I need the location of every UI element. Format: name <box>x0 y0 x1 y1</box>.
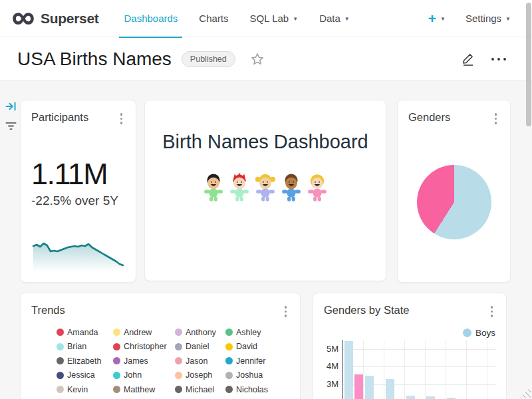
legend-label: Daniel <box>186 342 209 351</box>
legend-dot <box>175 357 182 364</box>
legend-dot <box>175 343 182 350</box>
card-genders: Genders <box>397 100 511 283</box>
legend-item-boys[interactable]: Boys <box>324 328 495 338</box>
card-trends: Trends AmandaAndrewAnthonyAshleyBrianChr… <box>20 293 301 399</box>
legend-label: Kevin <box>67 385 88 394</box>
tab-charts[interactable]: Charts <box>188 0 239 37</box>
trends-legend: AmandaAndrewAnthonyAshleyBrianChristophe… <box>57 328 289 399</box>
legend-label: Brian <box>67 342 86 351</box>
legend-item-anthony[interactable]: Anthony <box>175 328 225 337</box>
card-resize-handle[interactable] <box>520 387 531 398</box>
card-title: Trends <box>31 304 65 317</box>
expand-filter-bar-icon[interactable] <box>5 101 17 114</box>
legend-label: Joshua <box>236 370 263 380</box>
legend-label: Anthony <box>186 328 216 337</box>
superset-infinity-icon <box>12 10 35 27</box>
tab-sql-lab[interactable]: SQL Lab ▼ <box>239 0 309 37</box>
v-gridline <box>446 340 446 399</box>
brand-name: Superset <box>41 11 98 27</box>
legend-item-brian[interactable]: Brian <box>57 342 113 351</box>
card-title: Participants <box>31 111 88 124</box>
superset-logo[interactable]: Superset <box>12 10 98 27</box>
filter-icon[interactable] <box>5 121 17 134</box>
legend-item-christopher[interactable]: Christopher <box>113 342 175 351</box>
v-gridline <box>425 340 426 399</box>
intro-heading: Birth Names Dashboard <box>156 131 375 153</box>
tab-data[interactable]: Data ▼ <box>309 0 360 37</box>
published-badge[interactable]: Published <box>182 51 235 67</box>
legend-item-kevin[interactable]: Kevin <box>57 385 113 394</box>
legend-label: James <box>124 356 148 366</box>
top-navbar: Superset Dashboards Charts SQL Lab ▼ Dat… <box>0 0 532 37</box>
legend-dot <box>113 386 120 393</box>
legend-dot <box>225 343 233 350</box>
bar <box>354 374 363 399</box>
legend-label: Christopher <box>124 342 167 351</box>
legend-item-jason[interactable]: Jason <box>175 356 225 366</box>
tab-data-label: Data <box>319 13 340 24</box>
chart-menu-icon[interactable] <box>118 111 126 126</box>
settings-menu[interactable]: Settings ▼ <box>466 13 511 24</box>
legend-item-nicholas[interactable]: Nicholas <box>225 385 289 394</box>
legend-item-elizabeth[interactable]: Elizabeth <box>57 356 113 366</box>
children-illustration <box>156 171 375 202</box>
legend-dot <box>175 372 182 379</box>
legend-item-daniel[interactable]: Daniel <box>175 342 225 351</box>
chart-menu-icon[interactable] <box>488 304 496 319</box>
legend-item-joshua[interactable]: Joshua <box>225 370 289 380</box>
legend-label: Elizabeth <box>67 356 101 366</box>
legend-dot <box>113 372 120 379</box>
boys-legend-label: Boys <box>475 328 495 338</box>
legend-item-david[interactable]: David <box>225 342 289 351</box>
new-item-button[interactable]: + ▼ <box>428 11 446 27</box>
participants-sparkline <box>30 230 126 271</box>
legend-item-matthew[interactable]: Matthew <box>113 385 175 394</box>
v-gridline <box>384 340 384 399</box>
tab-charts-label: Charts <box>199 13 228 24</box>
y-axis-tick-label: 3M <box>320 379 338 389</box>
card-dashboard-intro: Birth Names Dashboard <box>144 100 386 281</box>
scrollbar-thumb[interactable] <box>526 3 531 126</box>
chart-menu-icon[interactable] <box>492 111 500 126</box>
legend-item-john[interactable]: John <box>113 370 175 380</box>
legend-item-amanda[interactable]: Amanda <box>57 328 113 337</box>
card-title: Genders by State <box>324 304 409 317</box>
tab-dashboards-label: Dashboards <box>124 13 178 24</box>
genders-pie-chart <box>417 165 491 239</box>
legend-item-jessica[interactable]: Jessica <box>57 370 113 380</box>
legend-dot <box>225 357 233 364</box>
boys-legend-dot <box>463 329 471 337</box>
tab-dashboards[interactable]: Dashboards <box>113 0 188 37</box>
navbar-right: + ▼ Settings ▼ <box>428 11 520 27</box>
card-genders-by-state: Genders by State Boys 5M4M3M <box>313 293 507 399</box>
chevron-down-icon: ▼ <box>293 16 298 22</box>
legend-dot <box>225 386 233 393</box>
header-actions <box>462 52 515 66</box>
h-gridline <box>343 349 495 350</box>
legend-dot <box>57 343 64 350</box>
legend-label: Jason <box>186 356 207 366</box>
child-figure <box>279 171 303 202</box>
bar <box>406 396 415 399</box>
more-options-icon[interactable] <box>491 57 507 61</box>
genders-by-state-bar-chart: 5M4M3M <box>342 340 495 399</box>
chart-menu-icon[interactable] <box>282 304 290 319</box>
legend-item-james[interactable]: James <box>113 356 175 366</box>
dashboard-header: USA Births Names Published <box>0 37 532 81</box>
card-title: Genders <box>408 111 450 124</box>
legend-dot <box>113 329 120 336</box>
legend-item-jennifer[interactable]: Jennifer <box>225 356 289 366</box>
legend-item-michael[interactable]: Michael <box>175 385 225 394</box>
favorite-star-icon[interactable] <box>250 52 265 66</box>
legend-item-andrew[interactable]: Andrew <box>113 328 175 337</box>
legend-label: Joseph <box>186 370 212 380</box>
chevron-down-icon: ▼ <box>344 16 350 22</box>
bar <box>365 376 374 399</box>
legend-dot <box>225 372 233 379</box>
legend-dot <box>225 329 233 336</box>
legend-label: Amanda <box>67 328 98 337</box>
edit-pencil-icon[interactable] <box>462 52 475 66</box>
legend-item-joseph[interactable]: Joseph <box>175 370 225 380</box>
child-figure <box>201 171 225 202</box>
legend-item-ashley[interactable]: Ashley <box>225 328 289 337</box>
